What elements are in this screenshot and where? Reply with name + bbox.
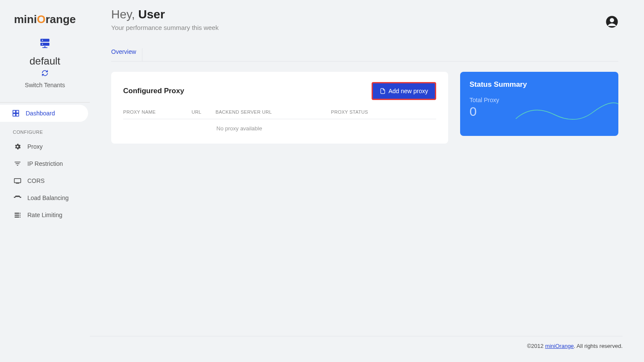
svg-rect-0	[41, 39, 50, 42]
divider	[0, 102, 90, 103]
svg-rect-9	[16, 114, 19, 116]
svg-point-2	[42, 40, 43, 41]
sidebar-item-label: Dashboard	[26, 110, 55, 117]
svg-rect-6	[13, 110, 15, 113]
svg-point-17	[20, 217, 21, 218]
table-header: PROXY NAME URL BACKEND SERVER URL PROXY …	[123, 109, 436, 119]
avatar-icon[interactable]	[606, 15, 618, 28]
svg-point-15	[20, 213, 21, 214]
sidebar-item-label: Load Balancing	[27, 194, 69, 201]
brand-post: range	[45, 13, 76, 26]
file-icon	[380, 88, 386, 94]
sidebar-item-label: Proxy	[27, 143, 43, 150]
greeting: Hey, User	[111, 8, 219, 21]
header-subtext: Your performance summary this week	[111, 24, 219, 31]
brand-logo: miniOrange	[14, 13, 76, 26]
footer: ©2012 miniOrange. All rights reserved.	[90, 336, 623, 349]
col-backend: BACKEND SERVER URL	[216, 109, 331, 115]
copyright-post: . All rights reserved.	[574, 343, 623, 349]
sidebar-item-cors[interactable]: CORS	[0, 172, 90, 189]
wave-chart-icon	[516, 102, 618, 127]
sidebar-item-ip-restriction[interactable]: IP Restriction	[0, 155, 90, 172]
svg-rect-7	[16, 110, 19, 113]
empty-message: No proxy available	[123, 125, 436, 132]
sidebar-item-proxy[interactable]: Proxy	[0, 138, 90, 155]
svg-rect-12	[15, 213, 19, 214]
sidebar: miniOrange default Switch Tenants Dashbo…	[0, 0, 90, 362]
greeting-pre: Hey,	[111, 8, 138, 21]
header: Hey, User Your performance summary this …	[111, 8, 618, 31]
brand-accent: O	[37, 13, 45, 26]
footer-link[interactable]: miniOrange	[545, 343, 574, 349]
status-summary-card: Status Summary Total Proxy 0	[460, 72, 618, 136]
col-status: PROXY STATUS	[331, 109, 436, 115]
summary-title: Status Summary	[470, 80, 609, 89]
sidebar-item-rate-limiting[interactable]: Rate Limiting	[0, 206, 90, 224]
sidebar-item-load-balancing[interactable]: Load Balancing	[0, 189, 90, 206]
content-row: Configured Proxy Add new proxy PROXY NAM…	[111, 72, 618, 144]
sidebar-item-label: CORS	[27, 177, 44, 184]
svg-rect-10	[15, 179, 21, 183]
add-new-proxy-button[interactable]: Add new proxy	[372, 82, 436, 100]
main-content: Hey, User Your performance summary this …	[90, 0, 644, 362]
tenant-section: default Switch Tenants	[0, 37, 90, 88]
svg-rect-13	[15, 215, 19, 215]
tab-overview[interactable]: Overview	[111, 48, 142, 61]
server-icon	[39, 37, 51, 52]
col-url: URL	[192, 109, 216, 115]
switch-tenants-label[interactable]: Switch Tenants	[25, 82, 65, 88]
sidebar-section-label: CONFIGURE	[0, 122, 90, 138]
sync-icon[interactable]	[41, 70, 48, 78]
sidebar-item-label: IP Restriction	[27, 160, 63, 167]
brand-pre: mini	[14, 13, 37, 26]
card-title: Configured Proxy	[123, 87, 184, 95]
svg-point-19	[610, 18, 614, 22]
header-text: Hey, User Your performance summary this …	[111, 8, 219, 31]
sidebar-item-label: Rate Limiting	[27, 212, 62, 218]
svg-point-16	[20, 215, 21, 215]
copyright-pre: ©2012	[527, 343, 545, 349]
svg-rect-14	[15, 217, 19, 218]
col-proxy-name: PROXY NAME	[123, 109, 192, 115]
tenant-name: default	[30, 55, 60, 67]
svg-rect-1	[41, 43, 50, 46]
card-header: Configured Proxy Add new proxy	[123, 82, 436, 100]
sidebar-item-dashboard[interactable]: Dashboard	[0, 105, 88, 122]
add-button-label: Add new proxy	[388, 88, 428, 94]
svg-rect-5	[42, 47, 47, 48]
tabs: Overview	[111, 48, 618, 62]
user-name: User	[138, 8, 165, 21]
configured-proxy-card: Configured Proxy Add new proxy PROXY NAM…	[111, 72, 448, 144]
svg-rect-8	[13, 114, 15, 116]
svg-point-3	[42, 44, 43, 44]
